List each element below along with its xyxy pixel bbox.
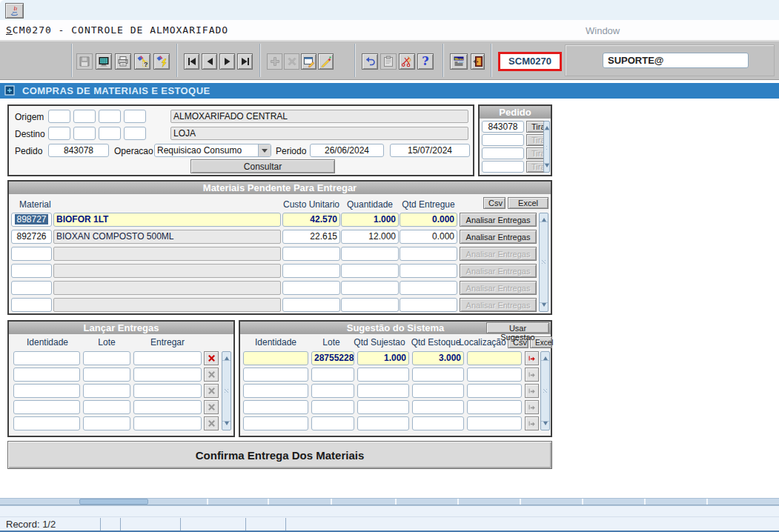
lancar-entregar[interactable] bbox=[133, 416, 202, 430]
exit-icon[interactable] bbox=[471, 53, 485, 70]
origem-field-3[interactable] bbox=[99, 110, 121, 123]
materials-excel-button[interactable]: Excel bbox=[508, 197, 548, 209]
confirma-entrega-button[interactable]: Confirma Entrega Dos Materiais bbox=[7, 441, 552, 469]
next-record-icon[interactable] bbox=[219, 53, 235, 70]
sugestao-qtd-sujestao[interactable]: 1.000 bbox=[357, 351, 409, 365]
edit-window-icon[interactable] bbox=[301, 53, 316, 70]
sugestao-localizacao[interactable] bbox=[467, 351, 522, 365]
previous-record-icon[interactable] bbox=[202, 53, 217, 70]
consultar-button[interactable]: Consultar bbox=[190, 159, 335, 173]
material-custo[interactable]: 42.570 bbox=[282, 213, 340, 227]
sugestao-identidade[interactable] bbox=[243, 368, 308, 382]
analisar-entregas-button[interactable]: Analisar Entregas bbox=[460, 213, 537, 227]
material-entregue[interactable]: 0.000 bbox=[400, 230, 457, 244]
material-custo[interactable] bbox=[282, 264, 340, 278]
menu-item-window[interactable]: Window bbox=[586, 25, 620, 36]
material-code[interactable] bbox=[11, 281, 52, 295]
lancar-identidade[interactable] bbox=[13, 368, 80, 382]
sugestao-qtd-sujestao[interactable] bbox=[357, 416, 409, 430]
material-custo[interactable] bbox=[282, 247, 340, 261]
help-icon[interactable]: ? bbox=[417, 53, 434, 70]
material-entregue[interactable] bbox=[400, 298, 457, 312]
first-record-icon[interactable] bbox=[184, 53, 199, 70]
pedido-input[interactable]: 843078 bbox=[48, 144, 109, 157]
material-custo[interactable]: 22.615 bbox=[282, 230, 340, 244]
sugestao-localizacao[interactable] bbox=[467, 368, 522, 382]
sugestao-lote[interactable] bbox=[311, 384, 354, 398]
cut-record-icon[interactable] bbox=[399, 53, 415, 70]
material-quantidade[interactable] bbox=[341, 298, 399, 312]
sugestao-identidade[interactable] bbox=[243, 384, 308, 398]
sugestao-identidade[interactable] bbox=[243, 416, 308, 430]
analisar-entregas-button[interactable]: Analisar Entregas bbox=[460, 230, 537, 244]
format-wand-icon[interactable] bbox=[318, 53, 334, 70]
undo-icon[interactable] bbox=[362, 53, 378, 70]
lancar-entregar[interactable] bbox=[133, 400, 202, 414]
material-entregue[interactable] bbox=[400, 247, 457, 261]
material-code[interactable] bbox=[11, 298, 52, 312]
lancar-lote[interactable] bbox=[83, 416, 130, 430]
material-quantidade[interactable]: 1.000 bbox=[341, 213, 399, 227]
materials-csv-button[interactable]: Csv bbox=[483, 197, 505, 209]
sugestao-identidade[interactable] bbox=[243, 400, 308, 414]
sugestao-qtd-sujestao[interactable] bbox=[357, 384, 409, 398]
screen-icon[interactable] bbox=[96, 53, 112, 70]
enter-query-icon[interactable]: ? bbox=[134, 53, 150, 70]
last-record-icon[interactable] bbox=[237, 53, 253, 70]
lancar-entregar[interactable] bbox=[133, 384, 202, 398]
sugestao-lote[interactable] bbox=[311, 416, 354, 430]
material-quantidade[interactable] bbox=[341, 281, 399, 295]
sugestao-qtd-sujestao[interactable] bbox=[357, 368, 409, 382]
material-entregue[interactable] bbox=[400, 281, 457, 295]
lancar-entregar[interactable] bbox=[133, 351, 202, 365]
lancar-lote[interactable] bbox=[83, 368, 130, 382]
material-quantidade[interactable] bbox=[341, 264, 399, 278]
sugestao-qtd-estoque[interactable] bbox=[412, 384, 464, 398]
java-coffee-icon[interactable] bbox=[5, 3, 24, 19]
materials-scrollbar[interactable] bbox=[539, 213, 548, 312]
periodo-start-input[interactable]: 26/06/2024 bbox=[310, 144, 384, 157]
sugestao-scrollbar[interactable] bbox=[540, 351, 550, 430]
pedido-scrollbar[interactable] bbox=[543, 121, 550, 173]
delete-row-button[interactable] bbox=[204, 351, 219, 365]
pedido-numero-1[interactable]: 843078 bbox=[482, 121, 524, 133]
sugestao-localizacao[interactable] bbox=[467, 384, 522, 398]
periodo-end-input[interactable]: 15/07/2024 bbox=[390, 144, 470, 157]
material-custo[interactable] bbox=[282, 281, 340, 295]
lancar-entregar[interactable] bbox=[133, 368, 202, 382]
sugestao-localizacao[interactable] bbox=[467, 416, 522, 430]
pedido-numero-4[interactable] bbox=[482, 161, 524, 173]
lancar-identidade[interactable] bbox=[13, 351, 80, 365]
lancar-lote[interactable] bbox=[83, 384, 130, 398]
apply-row-button[interactable] bbox=[525, 351, 539, 365]
execute-query-icon[interactable] bbox=[153, 53, 170, 70]
sugestao-qtd-estoque[interactable] bbox=[412, 400, 464, 414]
sugestao-identidade[interactable] bbox=[243, 351, 308, 365]
lancar-lote[interactable] bbox=[83, 400, 130, 414]
print-icon[interactable] bbox=[115, 53, 131, 70]
sugestao-lote[interactable] bbox=[311, 400, 354, 414]
sugestao-lote[interactable]: 28755228 bbox=[311, 351, 354, 365]
material-code[interactable] bbox=[11, 264, 52, 278]
operacao-select[interactable]: Requisicao Consumo bbox=[154, 144, 271, 157]
material-entregue[interactable] bbox=[400, 264, 457, 278]
chevron-down-icon[interactable] bbox=[258, 144, 271, 156]
material-code[interactable]: 898727 bbox=[11, 213, 52, 227]
material-entregue[interactable]: 0.000 bbox=[400, 213, 457, 227]
sugestao-qtd-estoque[interactable] bbox=[412, 368, 464, 382]
material-code[interactable]: 892726 bbox=[11, 230, 52, 244]
material-quantidade[interactable] bbox=[341, 247, 399, 261]
sugestao-qtd-estoque[interactable]: 3.000 bbox=[412, 351, 464, 365]
material-custo[interactable] bbox=[282, 298, 340, 312]
material-code[interactable] bbox=[11, 247, 52, 261]
origem-field-1[interactable] bbox=[48, 110, 70, 123]
origem-field-2[interactable] bbox=[73, 110, 96, 123]
material-quantidade[interactable]: 12.000 bbox=[341, 230, 399, 244]
sugestao-lote[interactable] bbox=[311, 368, 354, 382]
sugestao-qtd-estoque[interactable] bbox=[412, 416, 464, 430]
destino-field-1[interactable] bbox=[48, 127, 70, 140]
lancar-identidade[interactable] bbox=[13, 400, 80, 414]
horizontal-scrollbar-thumb[interactable] bbox=[79, 499, 148, 505]
material-desc[interactable]: BIOFOR 1LT bbox=[53, 213, 281, 227]
usar-sugestao-button[interactable]: Usar Sugestao bbox=[486, 322, 549, 333]
